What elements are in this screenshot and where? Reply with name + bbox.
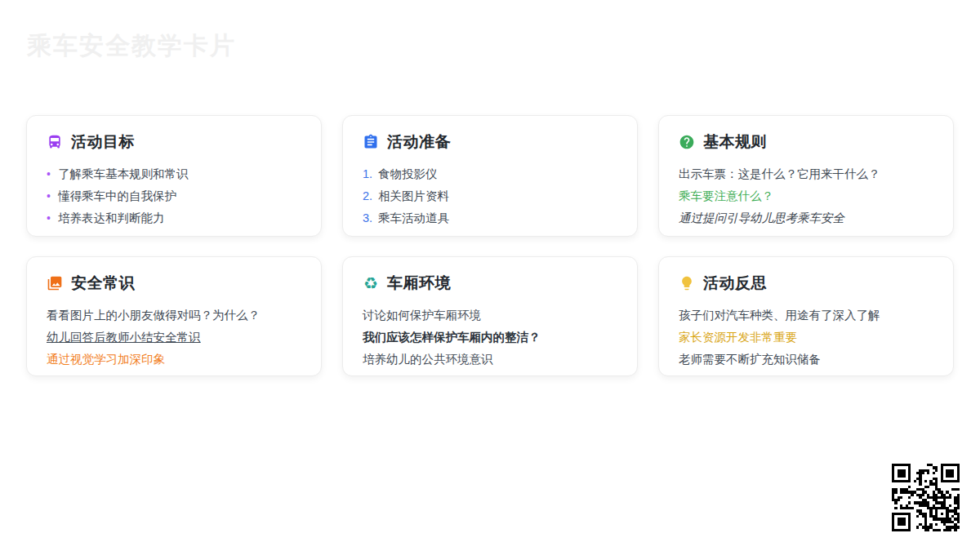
item-text: 乘车要注意什么？ bbox=[679, 185, 773, 207]
bullet-dot: • bbox=[47, 163, 51, 185]
list-item: 老师需要不断扩充知识储备 bbox=[679, 349, 933, 371]
item-text: 懂得乘车中的自我保护 bbox=[58, 185, 176, 207]
item-number: 2. bbox=[363, 185, 372, 207]
card-title: 活动准备 bbox=[387, 131, 451, 153]
list-item: •培养表达和判断能力 bbox=[47, 207, 301, 229]
item-text: 乘车活动道具 bbox=[378, 207, 449, 229]
bus-icon bbox=[47, 134, 63, 150]
card-body: 出示车票：这是什么？它用来干什么？ 乘车要注意什么？ 通过提问引导幼儿思考乘车安… bbox=[679, 163, 933, 229]
qr-code-image bbox=[892, 464, 960, 531]
list-item: 家长资源开发非常重要 bbox=[679, 327, 933, 349]
item-text: 通过提问引导幼儿思考乘车安全 bbox=[679, 207, 844, 229]
item-text: 家长资源开发非常重要 bbox=[679, 327, 797, 349]
item-text: 培养幼儿的公共环境意识 bbox=[363, 349, 493, 371]
recycle-icon: ♻ bbox=[363, 275, 379, 291]
item-text: 幼儿回答后教师小结安全常识 bbox=[47, 327, 201, 349]
item-text: 了解乘车基本规则和常识 bbox=[58, 163, 189, 185]
card-grid: 活动目标 •了解乘车基本规则和常识 •懂得乘车中的自我保护 •培养表达和判断能力… bbox=[26, 115, 954, 376]
list-item: 2.相关图片资料 bbox=[363, 185, 617, 207]
item-text: 看看图片上的小朋友做得对吗？为什么？ bbox=[47, 304, 260, 327]
list-item: •了解乘车基本规则和常识 bbox=[47, 163, 301, 185]
clipboard-icon bbox=[363, 134, 379, 150]
card-body: •了解乘车基本规则和常识 •懂得乘车中的自我保护 •培养表达和判断能力 bbox=[47, 163, 301, 229]
card-activity-reflection: 活动反思 孩子们对汽车种类、用途有了深入了解 家长资源开发非常重要 老师需要不断… bbox=[658, 256, 954, 376]
bullet-dot: • bbox=[47, 207, 51, 229]
list-item: 我们应该怎样保护车厢内的整洁？ bbox=[363, 327, 617, 349]
card-header: 活动目标 bbox=[47, 131, 301, 153]
card-header: 活动反思 bbox=[679, 273, 933, 294]
list-item: 看看图片上的小朋友做得对吗？为什么？ bbox=[47, 304, 301, 327]
bullet-dot: • bbox=[47, 185, 51, 207]
item-text: 出示车票：这是什么？它用来干什么？ bbox=[679, 163, 880, 185]
card-title: 活动反思 bbox=[703, 273, 767, 294]
page-title: 乘车安全教学卡片 bbox=[27, 29, 236, 63]
item-text: 孩子们对汽车种类、用途有了深入了解 bbox=[679, 304, 880, 327]
item-text: 讨论如何保护车厢环境 bbox=[363, 304, 481, 327]
card-body: 1.食物投影仪 2.相关图片资料 3.乘车活动道具 bbox=[363, 163, 617, 229]
card-header: ♻ 车厢环境 bbox=[363, 273, 617, 294]
images-icon bbox=[47, 275, 63, 291]
list-item: 培养幼儿的公共环境意识 bbox=[363, 349, 617, 371]
card-carriage-environment: ♻ 车厢环境 讨论如何保护车厢环境 我们应该怎样保护车厢内的整洁？ 培养幼儿的公… bbox=[342, 256, 638, 376]
card-activity-preparation: 活动准备 1.食物投影仪 2.相关图片资料 3.乘车活动道具 bbox=[342, 115, 638, 237]
item-number: 1. bbox=[363, 163, 372, 185]
card-header: 活动准备 bbox=[363, 131, 617, 153]
list-item: 孩子们对汽车种类、用途有了深入了解 bbox=[679, 304, 933, 327]
lightbulb-icon bbox=[679, 275, 695, 291]
card-body: 孩子们对汽车种类、用途有了深入了解 家长资源开发非常重要 老师需要不断扩充知识储… bbox=[679, 304, 933, 371]
card-title: 基本规则 bbox=[703, 131, 767, 153]
card-header: 基本规则 bbox=[679, 131, 933, 153]
item-text: 食物投影仪 bbox=[378, 163, 438, 185]
item-text: 老师需要不断扩充知识储备 bbox=[679, 349, 821, 371]
item-text: 我们应该怎样保护车厢内的整洁？ bbox=[363, 327, 541, 349]
list-item: 乘车要注意什么？ bbox=[679, 185, 933, 207]
list-item: 通过提问引导幼儿思考乘车安全 bbox=[679, 207, 933, 229]
list-item: 1.食物投影仪 bbox=[363, 163, 617, 185]
card-header: 安全常识 bbox=[47, 273, 301, 294]
list-item: 通过视觉学习加深印象 bbox=[47, 349, 301, 371]
card-safety-knowledge: 安全常识 看看图片上的小朋友做得对吗？为什么？ 幼儿回答后教师小结安全常识 通过… bbox=[26, 256, 322, 376]
question-circle-icon bbox=[679, 134, 695, 150]
card-title: 车厢环境 bbox=[387, 273, 451, 294]
card-title: 安全常识 bbox=[71, 273, 135, 294]
list-item: 3.乘车活动道具 bbox=[363, 207, 617, 229]
item-number: 3. bbox=[363, 207, 372, 229]
item-text: 相关图片资料 bbox=[378, 185, 449, 207]
card-body: 看看图片上的小朋友做得对吗？为什么？ 幼儿回答后教师小结安全常识 通过视觉学习加… bbox=[47, 304, 301, 371]
card-body: 讨论如何保护车厢环境 我们应该怎样保护车厢内的整洁？ 培养幼儿的公共环境意识 bbox=[363, 304, 617, 371]
list-item: 幼儿回答后教师小结安全常识 bbox=[47, 327, 301, 349]
card-basic-rules: 基本规则 出示车票：这是什么？它用来干什么？ 乘车要注意什么？ 通过提问引导幼儿… bbox=[658, 115, 954, 237]
card-title: 活动目标 bbox=[71, 131, 135, 153]
list-item: •懂得乘车中的自我保护 bbox=[47, 185, 301, 207]
list-item: 讨论如何保护车厢环境 bbox=[363, 304, 617, 327]
item-text: 培养表达和判断能力 bbox=[58, 207, 165, 229]
item-text: 通过视觉学习加深印象 bbox=[47, 349, 165, 371]
card-activity-goals: 活动目标 •了解乘车基本规则和常识 •懂得乘车中的自我保护 •培养表达和判断能力 bbox=[26, 115, 322, 237]
list-item: 出示车票：这是什么？它用来干什么？ bbox=[679, 163, 933, 185]
